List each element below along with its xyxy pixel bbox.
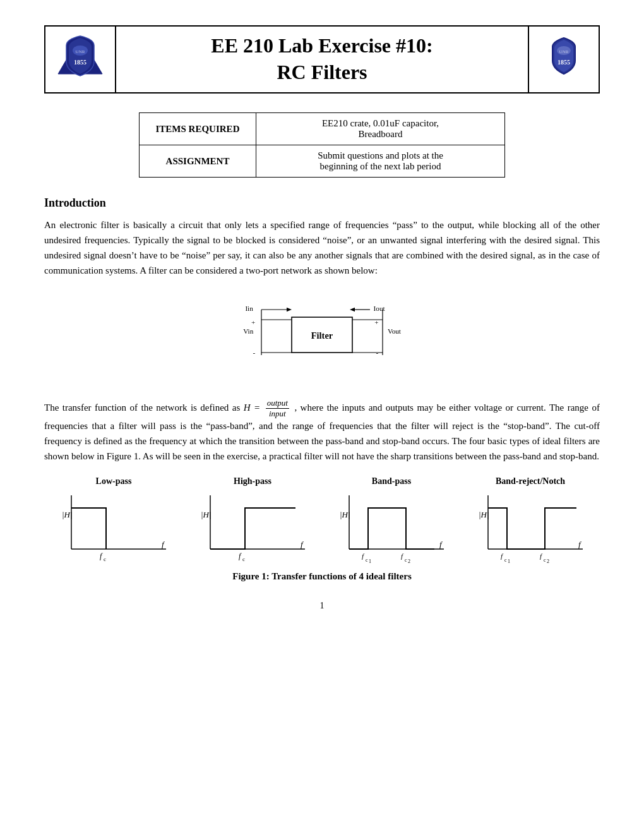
svg-text:Iin: Iin: [245, 305, 253, 312]
title-line1: EE 210 Lab Exercise #10:: [211, 34, 432, 57]
header-table: 1855 UNR EE 210 Lab Exercise #10: RC Fil…: [44, 25, 600, 94]
bandpass-graph: Band-pass |H| f f c 1 f c 2: [328, 476, 455, 565]
svg-text:|H|: |H|: [340, 510, 350, 519]
svg-text:1: 1: [369, 559, 371, 564]
bandreject-graph: Band-reject/Notch |H| f f c 1 f c 2: [467, 476, 593, 565]
highpass-graph: High-pass |H| f f c: [189, 476, 316, 565]
logo-right-cell: 1855 UNR: [528, 26, 599, 93]
svg-text:c: c: [366, 557, 368, 563]
svg-text:|H|: |H|: [62, 510, 73, 519]
svg-text:c: c: [242, 556, 245, 562]
svg-text:f: f: [439, 540, 443, 549]
highpass-svg: |H| f f c: [194, 489, 311, 565]
H-label: H =: [244, 402, 260, 413]
highpass-title: High-pass: [234, 476, 271, 486]
svg-text:1: 1: [508, 559, 510, 564]
info-table: ITEMS REQUIRED EE210 crate, 0.01uF capac…: [139, 112, 505, 178]
svg-text:f: f: [401, 552, 404, 560]
transfer-fraction: output input: [266, 398, 289, 418]
title-line2: RC Filters: [277, 61, 367, 83]
items-required-value: EE210 crate, 0.01uF capacitor, Breadboar…: [256, 113, 505, 145]
svg-text:UNR: UNR: [559, 49, 569, 54]
svg-text:c: c: [405, 557, 407, 563]
page-number: 1: [44, 601, 600, 611]
svg-text:1855: 1855: [558, 59, 570, 66]
svg-text:f: f: [540, 552, 543, 560]
svg-text:f: f: [162, 540, 165, 549]
svg-text:f: f: [239, 552, 242, 560]
lowpass-title: Low-pass: [96, 476, 132, 486]
svg-text:Vin: Vin: [243, 327, 254, 335]
svg-text:c: c: [104, 556, 106, 562]
transfer-paragraph: The transfer function of the network is …: [44, 398, 600, 464]
filter-box-area: Filter Iin + Vin - Iout: [221, 291, 423, 379]
filter-diagram: Filter Iin + Vin - Iout: [44, 291, 600, 379]
svg-text:f: f: [100, 552, 103, 560]
header-title-cell: EE 210 Lab Exercise #10: RC Filters: [116, 26, 528, 93]
introduction-section: Introduction An electronic filter is bas…: [44, 196, 600, 464]
assignment-label: ASSIGNMENT: [140, 145, 256, 178]
svg-marker-22: [350, 308, 355, 311]
svg-text:UNR: UNR: [76, 49, 85, 54]
bandpass-title: Band-pass: [372, 476, 411, 486]
svg-text:1855: 1855: [74, 59, 86, 66]
svg-text:Vout: Vout: [388, 327, 402, 335]
svg-text:c: c: [544, 557, 546, 563]
assignment-value: Submit questions and plots at the beginn…: [256, 145, 505, 178]
svg-text:2: 2: [547, 559, 549, 564]
svg-text:+: +: [251, 318, 255, 326]
svg-text:Filter: Filter: [311, 330, 333, 341]
bandreject-title: Band-reject/Notch: [496, 476, 565, 486]
logo-right: 1855 UNR: [539, 33, 589, 83]
svg-text:c: c: [504, 557, 507, 563]
lowpass-graph: Low-pass |H| f f c: [51, 476, 177, 565]
svg-text:|H|: |H|: [479, 510, 489, 519]
svg-marker-13: [287, 308, 292, 311]
logo-left: 1855 UNR: [55, 33, 105, 83]
filter-graphs-container: Low-pass |H| f f c High-pass |H| f f: [44, 476, 600, 565]
page-title: EE 210 Lab Exercise #10: RC Filters: [126, 33, 518, 85]
logo-left-cell: 1855 UNR: [45, 26, 116, 93]
svg-text:f: f: [301, 540, 304, 549]
svg-text:f: f: [501, 552, 504, 560]
svg-text:-: -: [253, 349, 255, 356]
svg-text:f: f: [578, 540, 582, 549]
svg-text:f: f: [362, 552, 365, 560]
lowpass-svg: |H| f f c: [56, 489, 172, 565]
bandpass-svg: |H| f f c 1 f c 2: [333, 489, 450, 565]
items-required-row: ITEMS REQUIRED EE210 crate, 0.01uF capac…: [140, 113, 505, 145]
introduction-title: Introduction: [44, 196, 600, 210]
bandreject-svg: |H| f f c 1 f c 2: [472, 489, 589, 565]
svg-text:2: 2: [408, 559, 410, 564]
svg-text:|H|: |H|: [201, 510, 212, 519]
intro-paragraph1: An electronic filter is basically a circ…: [44, 217, 600, 278]
svg-text:Iout: Iout: [374, 305, 386, 312]
assignment-row: ASSIGNMENT Submit questions and plots at…: [140, 145, 505, 178]
filter-diagram-svg: Filter Iin + Vin - Iout: [221, 291, 423, 379]
figure-caption: Figure 1: Transfer functions of 4 ideal …: [44, 571, 600, 582]
items-required-label: ITEMS REQUIRED: [140, 113, 256, 145]
